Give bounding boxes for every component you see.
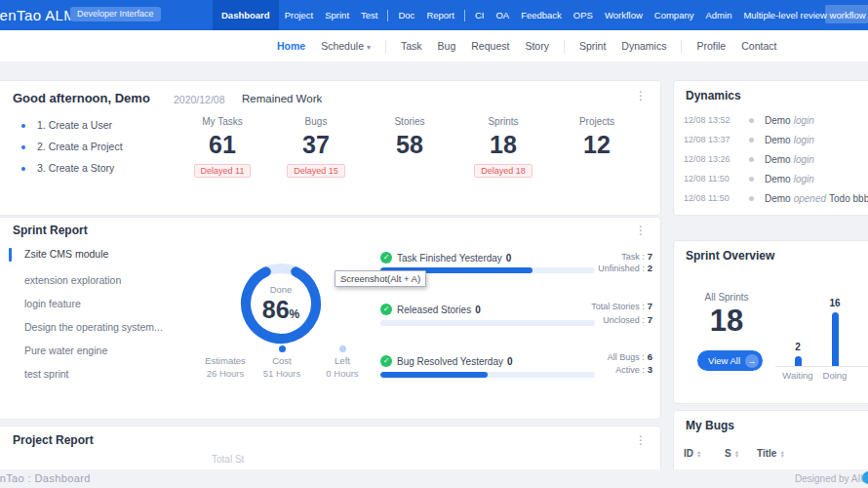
topnav-item-company[interactable]: Company: [649, 0, 700, 30]
dynamics-entry[interactable]: 12/08 11:50 Demologin: [674, 174, 868, 189]
my-bugs-title: My Bugs: [686, 419, 734, 432]
bullet-icon: [21, 145, 25, 149]
sprint-list-item[interactable]: Zsite CMS module: [24, 248, 205, 260]
view-all-button[interactable]: View All →: [697, 350, 763, 371]
footer: ZenTao : Dashboard Designed by AIUX: [0, 469, 868, 488]
topnav-item-sprint[interactable]: Sprint: [319, 0, 355, 30]
subnav-item-profile[interactable]: Profile: [689, 40, 733, 52]
progress-bar: [380, 320, 595, 326]
mini-stat: Unfinished :2: [598, 263, 652, 273]
done-donut-chart: Done 86%: [238, 261, 324, 346]
topnav-item-admin[interactable]: Admin: [699, 0, 737, 30]
stat-projects[interactable]: Projects 12: [550, 116, 644, 178]
bar-waiting: [795, 356, 802, 366]
sprint-list-item[interactable]: login feature: [24, 298, 205, 309]
sub-navbar: Home Schedule▾ Task Bug Request Story Sp…: [0, 30, 868, 61]
current-date: 2020/12/08: [174, 94, 225, 105]
bar-doing: [832, 312, 839, 366]
status-badge: Delayed 18: [474, 164, 533, 178]
subnav-item-dynamics[interactable]: Dynamics: [613, 40, 674, 52]
column-header-title[interactable]: Title▲▼: [757, 448, 785, 459]
topnav-item-ci[interactable]: CI: [469, 0, 491, 30]
progress-bar: [380, 372, 595, 378]
status-badge: Delayed 15: [287, 164, 345, 178]
column-header-severity[interactable]: S▲▼: [725, 448, 739, 459]
divider: [681, 40, 682, 53]
sort-icon[interactable]: ▲▼: [779, 450, 784, 459]
active-indicator: [9, 248, 12, 262]
subnav-item-schedule[interactable]: Schedule▾: [313, 40, 378, 52]
chevron-down-icon: ▾: [367, 43, 371, 52]
sprint-report-card: Sprint Report ⋮ Zsite CMS module extensi…: [0, 217, 661, 420]
legend-cost: Cost 51 Hours: [248, 346, 316, 379]
todo-create-project[interactable]: 2. Create a Project: [37, 141, 123, 152]
screenshot-tooltip: Screenshot(Alt + A): [335, 270, 426, 287]
topnav-item-doc[interactable]: Doc: [392, 0, 420, 30]
topnav-item-report[interactable]: Report: [420, 0, 460, 30]
top-menu: Dashboard Project Sprint Test Doc Report…: [213, 0, 868, 30]
subnav-item-bug[interactable]: Bug: [430, 40, 464, 52]
dynamics-entry[interactable]: 12/08 11:50 DemoopenedTodo bbb: [674, 193, 868, 209]
todo-create-user[interactable]: 1. Create a User: [37, 119, 112, 131]
stat-bugs[interactable]: Bugs 37 Delayed 15: [269, 116, 363, 178]
topnav-item-test[interactable]: Test: [355, 0, 383, 30]
timeline-dot-icon: [749, 177, 754, 182]
topnav-item-ops[interactable]: OPS: [568, 0, 599, 30]
todo-create-story[interactable]: 3. Create a Story: [37, 162, 114, 174]
app-logo[interactable]: ZenTao ALM: [0, 0, 76, 30]
topnav-item-project[interactable]: Project: [279, 0, 320, 30]
subnav-item-sprint[interactable]: Sprint: [572, 40, 613, 52]
credit-text: Designed by AIUX: [795, 473, 868, 484]
sort-icon[interactable]: ▲▼: [696, 450, 701, 459]
stat-stories[interactable]: Stories 58: [363, 116, 456, 178]
subnav-item-story[interactable]: Story: [517, 40, 557, 52]
check-circle-icon: ✓: [380, 304, 392, 315]
dynamics-entry[interactable]: 12/08 13:52 Demologin: [674, 115, 868, 131]
bullet-icon: [21, 167, 25, 171]
kebab-menu-icon[interactable]: ⋮: [635, 224, 647, 236]
divider: [564, 40, 565, 53]
project-report-title: Project Report: [13, 433, 94, 447]
kebab-menu-icon[interactable]: ⋮: [635, 90, 647, 102]
kebab-menu-icon[interactable]: ⋮: [635, 434, 647, 446]
divider: [387, 10, 388, 21]
sprint-list-item[interactable]: test sprint: [24, 368, 205, 380]
sprint-overview-title: Sprint Overview: [686, 249, 774, 263]
column-header-id[interactable]: ID▲▼: [684, 448, 701, 459]
divider: [385, 40, 386, 53]
arrow-right-icon: →: [745, 354, 759, 368]
divider: [464, 10, 465, 21]
timeline-dot-icon: [749, 157, 754, 162]
topnav-item-feedback[interactable]: Feedback: [515, 0, 568, 30]
sprint-overview-card: Sprint Overview All Sprints 18 View All …: [673, 240, 868, 404]
bullet-icon: [21, 124, 25, 128]
topnav-item-oa[interactable]: OA: [490, 0, 515, 30]
subnav-item-home[interactable]: Home: [269, 40, 313, 52]
mini-stat: Task :7: [621, 251, 652, 262]
stats-row: My Tasks 61 Delayed 11 Bugs 37 Delayed 1…: [176, 116, 644, 178]
sprint-list-item[interactable]: extension exploration: [24, 274, 205, 286]
navbar-user-area[interactable]: [825, 5, 868, 23]
partial-chart-label: Total St: [212, 454, 258, 465]
subnav-item-request[interactable]: Request: [463, 40, 517, 52]
dynamics-entry[interactable]: 12/08 13:37 Demologin: [674, 135, 868, 150]
topnav-item-workflow[interactable]: Workflow: [599, 0, 649, 30]
check-circle-icon: ✓: [380, 252, 392, 264]
remained-work-title: Remained Work: [242, 93, 322, 104]
topnav-item-dashboard[interactable]: Dashboard: [213, 0, 279, 30]
stat-sprints[interactable]: Sprints 18 Delayed 18: [456, 116, 550, 178]
donut-label: Done: [238, 284, 324, 295]
stat-my-tasks[interactable]: My Tasks 61 Delayed 11: [176, 116, 269, 178]
dynamics-card: Dynamics 12/08 13:52 Demologin 12/08 13:…: [673, 80, 868, 216]
subnav-item-task[interactable]: Task: [393, 40, 430, 52]
breadcrumb[interactable]: ZenTao : Dashboard: [0, 472, 91, 484]
sprint-list-item[interactable]: Design the operating system...: [24, 321, 205, 333]
dynamics-entry[interactable]: 12/08 13:26 Demologin: [674, 154, 868, 170]
progress-label: Task Finished Yesterday0: [397, 253, 511, 264]
subnav-item-contact[interactable]: Contact: [733, 40, 784, 52]
status-badge: Delayed 11: [194, 164, 252, 178]
sprint-list-item[interactable]: Pure water engine: [24, 345, 205, 356]
legend-left: Left 0 Hours: [308, 346, 376, 379]
sprint-report-title: Sprint Report: [13, 224, 88, 237]
sort-icon[interactable]: ▲▼: [734, 450, 739, 459]
